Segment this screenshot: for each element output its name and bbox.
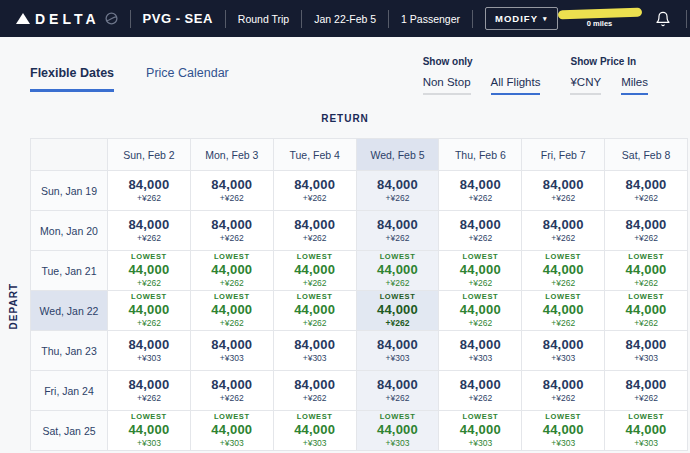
fare-cell[interactable]: LOWEST44,000+¥262 [357, 251, 440, 291]
fare-miles: 84,000 [543, 218, 584, 232]
fare-cell[interactable]: 84,000+¥262 [191, 371, 274, 411]
fare-cell[interactable]: 84,000+¥303 [357, 331, 440, 371]
filter-currency-miles[interactable]: Miles [621, 76, 648, 95]
fare-miles: 44,000 [294, 423, 335, 437]
lowest-badge: LOWEST [628, 253, 664, 261]
tab-flexible-dates[interactable]: Flexible Dates [30, 66, 114, 92]
fare-cell[interactable]: 84,000+¥262 [108, 211, 191, 251]
fare-cell[interactable]: 84,000+¥262 [357, 211, 440, 251]
fare-miles: 84,000 [543, 178, 584, 192]
tab-price-calendar[interactable]: Price Calendar [146, 66, 229, 92]
filter-all-flights[interactable]: All Flights [491, 76, 541, 95]
fare-cell[interactable]: 84,000+¥262 [108, 371, 191, 411]
return-date-header[interactable]: Fri, Feb 7 [522, 139, 605, 171]
depart-date-header[interactable]: Fri, Jan 24 [31, 371, 108, 411]
fare-cell[interactable]: LOWEST44,000+¥262 [522, 291, 605, 331]
fare-miles: 84,000 [460, 338, 501, 352]
fare-cell[interactable]: LOWEST44,000+¥262 [274, 291, 357, 331]
fare-cell[interactable]: LOWEST44,000+¥262 [605, 291, 688, 331]
depart-date-header[interactable]: Mon, Jan 20 [31, 211, 108, 251]
return-date-header[interactable]: Mon, Feb 3 [191, 139, 274, 171]
fare-cell[interactable]: 84,000+¥262 [522, 171, 605, 211]
delta-globe-icon [105, 12, 118, 25]
fare-cell[interactable]: 84,000+¥262 [274, 211, 357, 251]
fare-miles: 84,000 [377, 338, 418, 352]
fare-cell[interactable]: 84,000+¥262 [522, 371, 605, 411]
return-date-header[interactable]: Tue, Feb 4 [274, 139, 357, 171]
fare-cell[interactable]: 84,000+¥262 [605, 171, 688, 211]
fare-miles: 84,000 [211, 218, 252, 232]
fare-fee: +¥262 [551, 319, 575, 328]
fare-cell[interactable]: 84,000+¥262 [274, 171, 357, 211]
return-date-header[interactable]: Sun, Feb 2 [108, 139, 191, 171]
fare-cell[interactable]: 84,000+¥262 [439, 211, 522, 251]
filter-currency-cny[interactable]: ¥CNY [570, 76, 601, 95]
fare-cell[interactable]: 84,000+¥262 [439, 171, 522, 211]
fare-cell[interactable]: LOWEST44,000+¥262 [357, 291, 440, 331]
depart-date-header[interactable]: Wed, Jan 22 [31, 291, 108, 331]
fare-cell[interactable]: 84,000+¥303 [191, 331, 274, 371]
show-only-label: Show only [423, 56, 541, 67]
depart-date-header[interactable]: Thu, Jan 23 [31, 331, 108, 371]
fare-cell[interactable]: LOWEST44,000+¥303 [522, 411, 605, 451]
fare-fee: +¥303 [303, 439, 327, 448]
fare-miles: 44,000 [128, 263, 169, 277]
return-date-header[interactable]: Sat, Feb 8 [605, 139, 688, 171]
fare-cell[interactable]: LOWEST44,000+¥303 [191, 411, 274, 451]
fare-cell[interactable]: 84,000+¥262 [108, 171, 191, 211]
fare-cell[interactable]: 84,000+¥303 [522, 331, 605, 371]
lowest-badge: LOWEST [297, 253, 333, 261]
fare-cell[interactable]: 84,000+¥303 [439, 331, 522, 371]
fare-cell[interactable]: 84,000+¥262 [357, 171, 440, 211]
fare-miles: 44,000 [128, 303, 169, 317]
modify-button[interactable]: MODIFY ▾ [485, 7, 557, 30]
fare-cell[interactable]: LOWEST44,000+¥262 [191, 291, 274, 331]
depart-date-header[interactable]: Sat, Jan 25 [31, 411, 108, 451]
depart-date-header[interactable]: Sun, Jan 19 [31, 171, 108, 211]
lowest-badge: LOWEST [131, 293, 167, 301]
fare-miles: 84,000 [626, 378, 667, 392]
fare-cell[interactable]: 84,000+¥262 [605, 211, 688, 251]
fare-cell[interactable]: LOWEST44,000+¥262 [274, 251, 357, 291]
trip-type-label: Round Trip [238, 13, 289, 25]
topbar: DELTA PVG - SEA Round Trip Jan 22-Feb 5 … [0, 0, 690, 37]
fare-fee: +¥262 [634, 279, 658, 288]
fare-cell[interactable]: 84,000+¥262 [191, 171, 274, 211]
fare-cell[interactable]: 84,000+¥262 [357, 371, 440, 411]
fare-cell[interactable]: 84,000+¥303 [108, 331, 191, 371]
fare-cell[interactable]: LOWEST44,000+¥262 [191, 251, 274, 291]
fare-cell[interactable]: LOWEST44,000+¥303 [439, 411, 522, 451]
return-date-header[interactable]: Thu, Feb 6 [439, 139, 522, 171]
fare-cell[interactable]: LOWEST44,000+¥262 [108, 291, 191, 331]
fare-cell[interactable]: LOWEST44,000+¥262 [605, 251, 688, 291]
show-price-in-filter: Show Price In ¥CNY Miles [570, 56, 648, 95]
fare-fee: +¥262 [220, 194, 244, 203]
user-miles[interactable]: 0 miles [558, 9, 642, 28]
fare-cell[interactable]: 84,000+¥303 [605, 331, 688, 371]
fare-cell[interactable]: 84,000+¥262 [191, 211, 274, 251]
return-date-header[interactable]: Wed, Feb 5 [357, 139, 440, 171]
fare-cell[interactable]: LOWEST44,000+¥262 [108, 251, 191, 291]
fare-cell[interactable]: LOWEST44,000+¥262 [522, 251, 605, 291]
divider [686, 10, 687, 28]
fare-cell[interactable]: LOWEST44,000+¥303 [357, 411, 440, 451]
delta-logo[interactable]: DELTA [16, 11, 118, 27]
fare-cell[interactable]: 84,000+¥262 [605, 371, 688, 411]
fare-cell[interactable]: LOWEST44,000+¥303 [605, 411, 688, 451]
fare-fee: +¥303 [137, 439, 161, 448]
fare-cell[interactable]: 84,000+¥303 [274, 331, 357, 371]
fare-cell[interactable]: LOWEST44,000+¥303 [108, 411, 191, 451]
filter-non-stop[interactable]: Non Stop [423, 76, 471, 95]
bell-icon[interactable] [655, 11, 671, 27]
fare-cell[interactable]: LOWEST44,000+¥262 [439, 291, 522, 331]
fare-cell[interactable]: 84,000+¥262 [274, 371, 357, 411]
fare-cell[interactable]: LOWEST44,000+¥303 [274, 411, 357, 451]
fare-cell[interactable]: LOWEST44,000+¥262 [439, 251, 522, 291]
fare-miles: 84,000 [460, 178, 501, 192]
fare-cell[interactable]: 84,000+¥262 [522, 211, 605, 251]
depart-date-header[interactable]: Tue, Jan 21 [31, 251, 108, 291]
lowest-badge: LOWEST [463, 413, 499, 421]
fare-cell[interactable]: 84,000+¥262 [439, 371, 522, 411]
fare-fee: +¥262 [220, 394, 244, 403]
fare-miles: 44,000 [626, 263, 667, 277]
